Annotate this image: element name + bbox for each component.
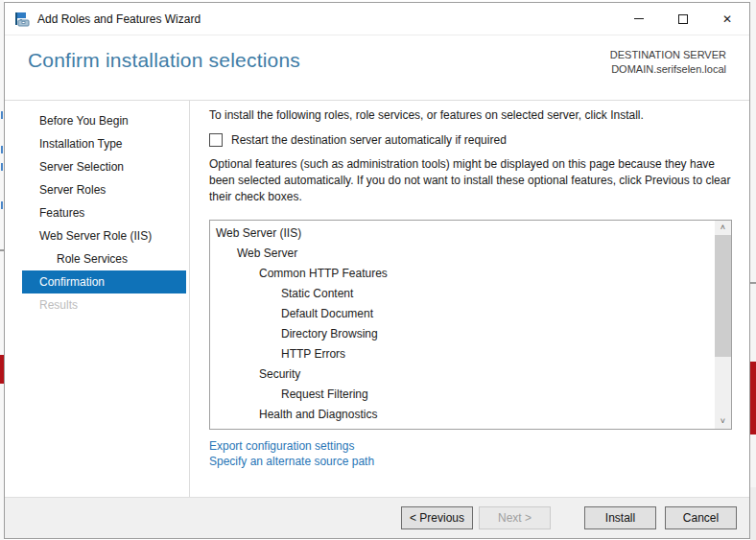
scrollbar-thumb[interactable] [715,235,731,357]
minimize-button[interactable] [617,3,661,35]
destination-server-label: DESTINATION SERVER [610,48,726,62]
selection-tree: Web Server (IIS) Web Server Common HTTP … [210,221,731,430]
maximize-icon [678,14,688,24]
sidebar-item-server-selection[interactable]: Server Selection [22,155,186,178]
sidebar-item-before-you-begin[interactable]: Before You Begin [22,109,186,132]
button-bar: < Previous Next > Install Cancel [5,497,749,538]
tree-item-web-server: Web Server [210,244,731,264]
sidebar-separator [189,100,190,497]
listbox-scrollbar[interactable]: ˄ ˅ [715,221,731,429]
sidebar-item-results: Results [22,293,186,317]
maximize-button[interactable] [661,3,705,35]
edge-artifact-red-bar [750,362,756,434]
tree-item-web-server-iis: Web Server (IIS) [210,223,731,244]
alternate-source-path-link[interactable]: Specify an alternate source path [209,455,374,468]
edge-artifact-footer-gray [750,487,756,540]
selection-summary-listbox[interactable]: Web Server (IIS) Web Server Common HTTP … [209,220,732,430]
close-icon: ✕ [722,13,732,25]
tree-item-request-filtering: Request Filtering [210,385,731,405]
header-separator [5,100,749,101]
screen-edge-artifact-right [750,0,756,540]
close-button[interactable]: ✕ [705,3,749,35]
tree-item-directory-browsing: Directory Browsing [210,324,731,344]
cancel-button[interactable]: Cancel [665,506,737,529]
minimize-icon [634,18,644,19]
scroll-down-arrow-icon[interactable]: ˅ [715,414,731,429]
sidebar-item-confirmation[interactable]: Confirmation [22,270,186,293]
optional-features-note: Optional features (such as administratio… [209,156,743,205]
tree-item-default-document: Default Document [210,304,731,324]
scroll-up-arrow-icon[interactable]: ˄ [715,221,731,235]
edge-artifact-tick [1,111,3,119]
tree-item-common-http-features: Common HTTP Features [210,264,731,284]
sidebar-item-web-server-role-iis[interactable]: Web Server Role (IIS) [22,224,186,247]
edge-artifact-tick [750,282,756,284]
install-button[interactable]: Install [584,506,656,529]
page-title: Confirm installation selections [28,49,300,72]
edge-artifact-tick [1,146,3,153]
tree-item-security: Security [210,364,731,385]
window-title: Add Roles and Features Wizard [37,3,201,35]
next-button: Next > [479,506,551,529]
window-controls: ✕ [617,3,749,35]
edge-artifact-tick [1,163,3,171]
title-bar[interactable]: Add Roles and Features Wizard ✕ [5,3,749,35]
destination-server-name: DOMAIN.serifselen.local [610,62,726,77]
tree-item-health-and-diagnostics: Health and Diagnostics [210,405,731,425]
sidebar-item-role-services[interactable]: Role Services [22,247,186,270]
tree-item-http-logging: HTTP Logging [210,425,731,430]
tree-item-http-errors: HTTP Errors [210,344,731,364]
sidebar-item-installation-type[interactable]: Installation Type [22,132,186,155]
restart-checkbox[interactable] [209,133,223,147]
sidebar-item-features[interactable]: Features [22,201,186,224]
destination-server-block: DESTINATION SERVER DOMAIN.serifselen.loc… [610,48,726,77]
edge-artifact-tick [1,201,3,209]
wizard-window: Add Roles and Features Wizard ✕ Confirm … [4,2,750,539]
wizard-steps-sidebar: Before You Begin Installation Type Serve… [5,109,189,317]
sidebar-item-server-roles[interactable]: Server Roles [22,178,186,201]
previous-button[interactable]: < Previous [401,506,473,529]
wizard-app-icon [14,12,30,27]
export-configuration-link[interactable]: Export configuration settings [209,439,354,453]
tree-item-static-content: Static Content [210,284,731,304]
intro-text: To install the following roles, role ser… [209,108,644,122]
restart-checkbox-label[interactable]: Restart the destination server automatic… [231,132,507,148]
